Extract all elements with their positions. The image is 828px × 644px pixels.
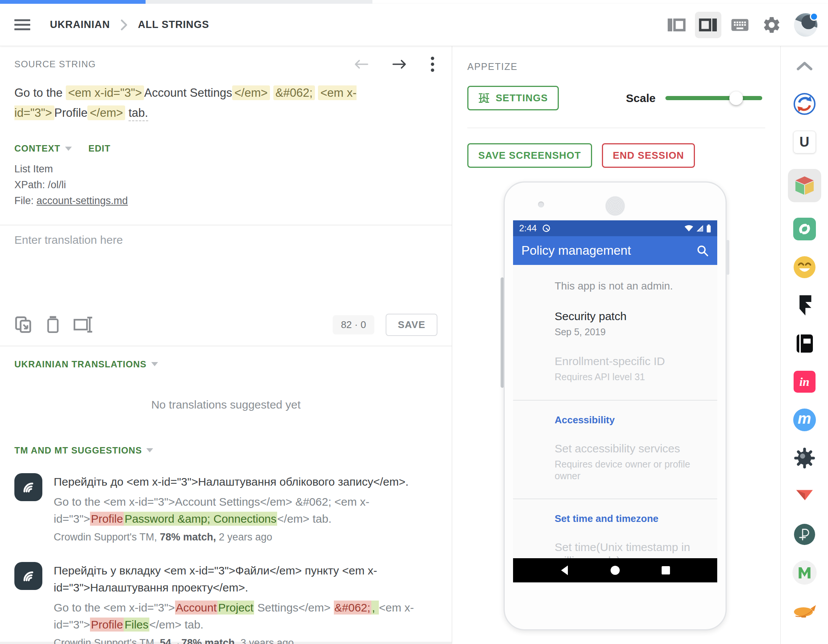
signal-icon xyxy=(696,225,704,232)
suggestion-body: Перейдіть до <em x-id="3">Налаштування о… xyxy=(54,473,438,545)
keyboard-icon[interactable] xyxy=(727,12,753,38)
suggestion-row[interactable]: Перейдіть до <em x-id="3">Налаштування о… xyxy=(14,473,438,545)
crowdin-tm-icon xyxy=(14,562,42,590)
home-icon[interactable] xyxy=(610,565,621,576)
admin-note: This app is not an admin. xyxy=(555,280,704,292)
gear-icon[interactable] xyxy=(759,12,785,38)
search-icon[interactable] xyxy=(696,244,709,257)
text-segment-plain xyxy=(270,86,273,99)
context-toggle[interactable]: CONTEXT xyxy=(14,143,72,154)
wifi-icon xyxy=(684,225,693,232)
next-string-icon[interactable] xyxy=(391,58,408,70)
list-item-subtitle: Requires device owner or profile owner xyxy=(555,458,704,482)
list-section-header[interactable]: Accessibility xyxy=(555,414,704,426)
android-status-bar: 2:44 xyxy=(513,220,717,236)
medium-icon[interactable] xyxy=(788,561,821,584)
u-letter-icon[interactable]: U xyxy=(788,131,821,154)
android-app-bar: Policy management xyxy=(513,236,717,265)
text-segment-ins: Project xyxy=(217,600,254,614)
collapse-down-icon[interactable] xyxy=(788,638,821,644)
upload-progress-fill xyxy=(0,0,146,4)
save-screenshot-button[interactable]: SAVE SCREENSHOT xyxy=(467,143,592,168)
clear-translation-icon[interactable] xyxy=(45,316,61,334)
list-item-subtitle: Sep 5, 2019 xyxy=(555,326,704,338)
appetize-panel: APPETIZE SETTINGS Scale xyxy=(452,46,781,644)
plugins-rail: U xyxy=(781,46,828,644)
breadcrumb: UKRAINIAN ALL STRINGS xyxy=(50,19,209,31)
list-item-subtitle: Requires API level 31 xyxy=(555,371,704,383)
suggestions-section-toggle[interactable]: TM AND MT SUGGESTIONS xyxy=(14,445,438,456)
text-segment-del: Profile xyxy=(90,617,124,631)
previous-string-icon[interactable] xyxy=(353,58,369,70)
list-item-title: Set accessibility services xyxy=(555,442,704,455)
red-flag-icon[interactable] xyxy=(788,485,821,508)
top-bar: UKRAINIAN ALL STRINGS xyxy=(0,4,828,46)
marvel-icon[interactable]: m xyxy=(788,409,821,431)
policy-list: This app is not an admin.Security patchS… xyxy=(513,265,717,558)
suggestion-row[interactable]: Перейдіть у вкладку <em x-id="3">Файли</… xyxy=(14,562,438,644)
list-item[interactable]: Set accessibility servicesRequires devic… xyxy=(555,442,704,482)
invision-icon[interactable]: in xyxy=(788,370,821,393)
status-time: 2:44 xyxy=(519,223,537,233)
emulator-screen[interactable]: 2:44 Policy management xyxy=(513,220,717,582)
appetize-title: APPETIZE xyxy=(467,61,765,72)
breadcrumb-language[interactable]: UKRAINIAN xyxy=(50,19,110,31)
text-segment-plain: Go to the <em x-id="3"> xyxy=(54,601,175,614)
end-session-button[interactable]: END SESSION xyxy=(602,143,695,168)
list-item-title: Security patch xyxy=(555,310,704,323)
framer-icon[interactable] xyxy=(788,294,821,317)
list-item-title: Enrollment-specific ID xyxy=(555,354,704,368)
editor-panel: SOURCE STRING Go to the <em x-id="3">Acc… xyxy=(0,46,452,644)
suggestions-header: TM AND MT SUGGESTIONS xyxy=(14,445,142,456)
mine-icon[interactable] xyxy=(788,447,821,469)
file-link[interactable]: account-settings.md xyxy=(37,195,128,206)
text-segment-underline: tab. xyxy=(129,106,148,121)
back-icon[interactable] xyxy=(560,565,569,576)
list-item[interactable]: Security patchSep 5, 2019 xyxy=(555,310,704,338)
text-segment-plain: Profile xyxy=(55,106,88,119)
suggestion-body: Перейдіть у вкладку <em x-id="3">Файли</… xyxy=(54,562,438,644)
list-section-header[interactable]: Set time and timezone xyxy=(555,513,704,525)
settings-button-label: SETTINGS xyxy=(496,92,548,104)
text-segment-plain: Settings</em> xyxy=(254,601,334,614)
collapse-up-icon[interactable] xyxy=(788,55,821,77)
translations-header: UKRAINIAN TRANSLATIONS xyxy=(14,359,147,370)
appetize-settings-button[interactable]: SETTINGS xyxy=(467,86,559,110)
scale-slider-knob[interactable] xyxy=(729,91,743,105)
select-text-icon[interactable] xyxy=(73,316,93,334)
caret-down-icon xyxy=(151,362,158,366)
marvel-label: m xyxy=(793,409,816,431)
layout-left-icon[interactable] xyxy=(663,12,690,38)
text-segment-plain: </em> tab. xyxy=(277,512,331,525)
zeppelin-icon[interactable] xyxy=(788,599,821,622)
notification-dot xyxy=(810,13,818,21)
menu-icon[interactable] xyxy=(14,17,30,33)
context-edit-button[interactable]: EDIT xyxy=(88,143,111,154)
save-button[interactable]: SAVE xyxy=(386,314,438,336)
book-icon[interactable] xyxy=(788,332,821,355)
list-item[interactable]: Enrollment-specific IDRequires API level… xyxy=(555,354,704,383)
smiley-icon[interactable] xyxy=(788,256,821,279)
context-label: CONTEXT xyxy=(14,143,61,154)
text-segment-del: &#062; xyxy=(334,600,371,614)
more-options-icon[interactable] xyxy=(430,56,435,72)
suggestions-list: Перейдіть до <em x-id="3">Налаштування о… xyxy=(14,473,438,644)
scale-slider[interactable] xyxy=(665,96,762,100)
p-coin-icon[interactable] xyxy=(788,523,821,546)
translation-input[interactable] xyxy=(14,233,438,312)
text-segment-plain: Go to the xyxy=(14,86,66,99)
copy-source-icon[interactable] xyxy=(14,316,33,334)
invision-label: in xyxy=(794,371,815,393)
appetize-cube-icon[interactable] xyxy=(788,169,821,202)
caret-down-icon xyxy=(146,448,153,452)
recents-icon[interactable] xyxy=(661,566,671,575)
translations-section-toggle[interactable]: UKRAINIAN TRANSLATIONS xyxy=(14,359,438,370)
breadcrumb-file-filter[interactable]: ALL STRINGS xyxy=(138,19,209,31)
layout-right-icon[interactable] xyxy=(695,12,721,38)
avatar[interactable] xyxy=(794,13,817,37)
suggestion-source-diff: Go to the <em x-id="3">Account Settings<… xyxy=(54,493,434,527)
list-item[interactable]: Set time(Unix timestamp in milliseconds)… xyxy=(555,541,704,558)
translate-sync-icon[interactable] xyxy=(788,92,821,115)
refresh-icon[interactable] xyxy=(788,218,821,240)
crowdin-tm-icon xyxy=(14,473,42,501)
